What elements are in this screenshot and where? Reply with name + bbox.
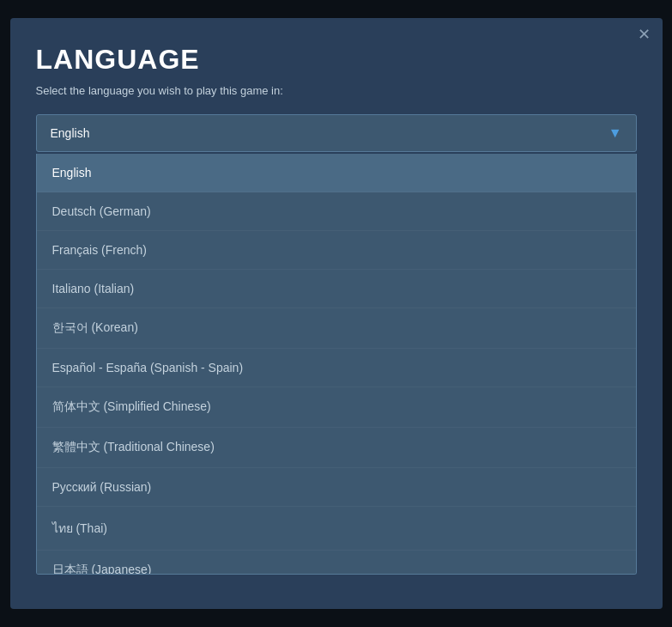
close-button[interactable]: ✕	[638, 27, 651, 42]
modal-subtitle: Select the language you wish to play thi…	[36, 84, 637, 97]
modal-title: LANGUAGE	[36, 44, 637, 76]
list-item[interactable]: 繁體中文 (Traditional Chinese)	[37, 428, 636, 468]
list-item[interactable]: English	[37, 154, 636, 192]
language-dropdown-trigger[interactable]: English ▼	[36, 114, 637, 152]
list-item[interactable]: ไทย (Thai)	[37, 507, 636, 551]
chevron-down-icon: ▼	[608, 125, 622, 141]
list-item[interactable]: 简体中文 (Simplified Chinese)	[37, 387, 636, 428]
list-item[interactable]: Français (French)	[37, 231, 636, 270]
list-item[interactable]: Italiano (Italian)	[37, 270, 636, 308]
list-item[interactable]: Русский (Russian)	[37, 468, 636, 507]
modal-overlay: ✕ LANGUAGE Select the language you wish …	[0, 0, 672, 627]
dropdown-selected-value: English	[51, 126, 90, 140]
list-item[interactable]: Deutsch (German)	[37, 192, 636, 231]
list-item[interactable]: Español - España (Spanish - Spain)	[37, 349, 636, 387]
language-dropdown-list: EnglishDeutsch (German)Français (French)…	[36, 154, 637, 575]
list-item[interactable]: 日本語 (Japanese)	[37, 551, 636, 575]
language-modal: ✕ LANGUAGE Select the language you wish …	[10, 18, 663, 609]
list-item[interactable]: 한국어 (Korean)	[37, 308, 636, 349]
